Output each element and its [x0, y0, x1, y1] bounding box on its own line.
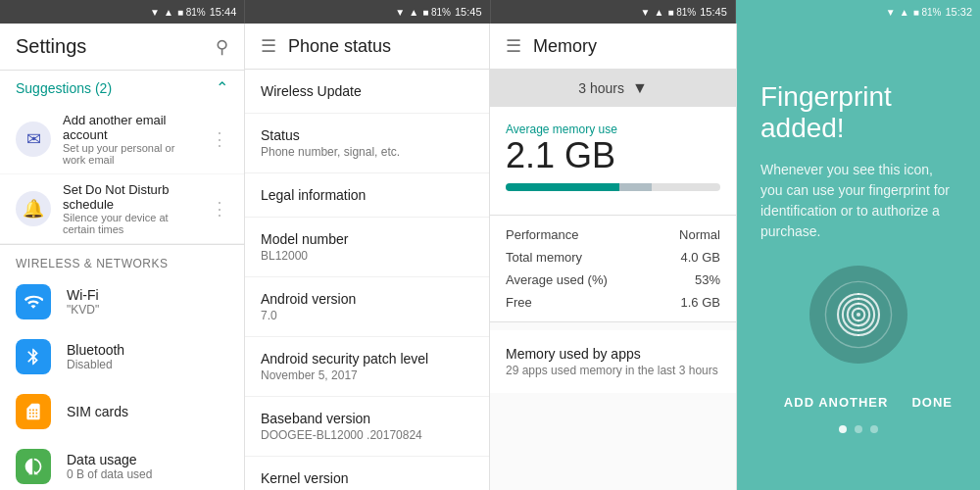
data-usage-title: Data usage: [67, 452, 152, 467]
main-panels: Settings ⚲ Suggestions (2) ⌃ ✉ Add anoth…: [0, 24, 980, 490]
time-2: 15:45: [455, 6, 482, 18]
status-bars: ▼ ▲ ■ 81% 15:44 ▼ ▲ ■ 81% 15:45 ▼ ▲ ■ 81…: [0, 0, 980, 24]
bluetooth-icon-circle: [16, 339, 51, 374]
memory-apps-section[interactable]: Memory used by apps 29 apps used memory …: [490, 330, 736, 393]
stat-total-key: Total memory: [506, 250, 582, 265]
status-bar-1: ▼ ▲ ■ 81% 15:44: [0, 0, 245, 24]
suggestion-email-title: Add another email account: [63, 113, 199, 142]
data-usage-item[interactable]: Data usage 0 B of data used: [0, 439, 244, 490]
memory-hamburger-icon[interactable]: ☰: [506, 35, 521, 57]
bluetooth-item[interactable]: Bluetooth Disabled: [0, 329, 244, 384]
wifi-item[interactable]: Wi-Fi "KVD": [0, 274, 244, 329]
dropdown-arrow-icon: ▼: [632, 79, 648, 97]
data-usage-icon-circle: [16, 449, 51, 484]
time-selector[interactable]: 3 hours ▼: [490, 70, 736, 107]
suggestion-email-text: Add another email account Set up your pe…: [63, 113, 199, 166]
suggestion-item-dnd[interactable]: 🔔 Set Do Not Disturb schedule Silence yo…: [0, 174, 244, 244]
dnd-icon: 🔔: [16, 191, 51, 226]
more-icon-email[interactable]: ⋮: [211, 128, 228, 150]
settings-panel: Settings ⚲ Suggestions (2) ⌃ ✉ Add anoth…: [0, 24, 245, 490]
stat-avg-key: Average used (%): [506, 272, 608, 287]
more-icon-dnd[interactable]: ⋮: [211, 198, 228, 220]
status-item[interactable]: Status Phone number, signal, etc.: [245, 114, 489, 173]
model-number-subtitle: BL12000: [261, 249, 473, 263]
settings-header: Settings ⚲: [0, 24, 244, 71]
memory-stats: Performance Normal Total memory 4.0 GB A…: [490, 216, 736, 322]
wifi-subtitle: "KVD": [67, 303, 99, 317]
sim-text: SIM cards: [67, 404, 128, 419]
time-3: 15:45: [700, 6, 727, 18]
sim-item[interactable]: SIM cards: [0, 384, 244, 439]
kernel-version-title: Kernel version: [261, 470, 473, 486]
suggestion-dnd-desc: Silence your device at certain times: [63, 212, 199, 235]
done-button[interactable]: DONE: [907, 387, 956, 417]
chevron-up-icon: ⌃: [216, 78, 228, 97]
suggestion-dnd-title: Set Do Not Disturb schedule: [63, 182, 199, 212]
phone-status-title: Phone status: [288, 36, 391, 57]
wifi-title: Wi-Fi: [67, 287, 99, 303]
android-version-subtitle: 7.0: [261, 309, 473, 322]
memory-bar: [506, 183, 720, 191]
sim-title: SIM cards: [67, 404, 128, 419]
fingerprint-icon-container: [809, 266, 907, 364]
fingerprint-actions: ADD ANOTHER DONE: [780, 387, 956, 417]
suggestions-label: Suggestions (2): [16, 80, 112, 96]
legal-info-item[interactable]: Legal information: [245, 173, 489, 218]
memory-panel: ☰ Memory 3 hours ▼ Average memory use 2.…: [490, 24, 737, 490]
settings-title: Settings: [16, 35, 86, 58]
wireless-update-title: Wireless Update: [261, 83, 473, 99]
stat-performance-val: Normal: [679, 227, 720, 242]
signal-icon-2: ▼: [395, 7, 405, 18]
add-another-button[interactable]: ADD ANOTHER: [780, 387, 893, 417]
hamburger-icon[interactable]: ☰: [261, 35, 276, 57]
battery-2: ■ 81%: [422, 7, 451, 18]
bluetooth-title: Bluetooth: [67, 342, 124, 358]
wifi-icon-2: ▲: [409, 7, 418, 18]
time-1: 15:44: [210, 6, 237, 18]
android-version-item[interactable]: Android version 7.0: [245, 277, 489, 337]
fingerprint-icon: [824, 280, 893, 349]
fingerprint-desc: Whenever you see this icon, you can use …: [760, 160, 956, 242]
dot-2: [855, 425, 862, 433]
apps-title: Memory used by apps: [506, 346, 720, 362]
suggestion-email-desc: Set up your personal or work email: [63, 142, 199, 166]
search-icon[interactable]: ⚲: [216, 36, 228, 58]
stat-free: Free 1.6 GB: [506, 291, 720, 314]
svg-point-1: [857, 312, 860, 316]
status-bar-4: ▼ ▲ ■ 81% 15:32: [736, 0, 980, 24]
android-version-title: Android version: [261, 291, 473, 307]
baseband-version-item[interactable]: Baseband version DOOGEE-BL12000 .2017082…: [245, 397, 489, 457]
memory-title: Memory: [533, 36, 597, 57]
wifi-icon-circle: [16, 284, 51, 319]
model-number-item[interactable]: Model number BL12000: [245, 218, 489, 277]
kernel-version-item[interactable]: Kernel version 3.18.35DOOGEEinfo@doogee.…: [245, 457, 489, 490]
wireless-update-item[interactable]: Wireless Update: [245, 70, 489, 114]
email-icon: ✉: [16, 122, 51, 157]
wifi-icon-3: ▲: [654, 7, 663, 18]
stat-avg-val: 53%: [695, 272, 720, 287]
battery-1: ■ 81%: [177, 7, 206, 18]
phone-status-header: ☰ Phone status: [245, 24, 489, 70]
wifi-icon-4: ▲: [900, 7, 909, 18]
baseband-version-subtitle: DOOGEE-BL12000 .20170824: [261, 428, 473, 442]
bluetooth-subtitle: Disabled: [67, 358, 124, 371]
wifi-text: Wi-Fi "KVD": [67, 287, 99, 317]
time-4: 15:32: [945, 6, 972, 18]
signal-icon-3: ▼: [641, 7, 651, 18]
dot-3: [870, 425, 878, 433]
suggestion-item-email[interactable]: ✉ Add another email account Set up your …: [0, 105, 244, 174]
apps-desc: 29 apps used memory in the last 3 hours: [506, 364, 720, 377]
sim-icon-circle: [16, 394, 51, 429]
suggestions-header[interactable]: Suggestions (2) ⌃: [0, 71, 244, 105]
memory-avg-section: Average memory use 2.1 GB: [490, 107, 736, 216]
memory-bar-other: [619, 183, 652, 191]
legal-info-title: Legal information: [261, 187, 473, 203]
status-title: Status: [261, 127, 473, 143]
security-patch-item[interactable]: Android security patch level November 5,…: [245, 337, 489, 397]
stat-performance-key: Performance: [506, 227, 578, 242]
status-subtitle: Phone number, signal, etc.: [261, 145, 473, 159]
stat-total: Total memory 4.0 GB: [506, 246, 720, 269]
avg-value: 2.1 GB: [506, 136, 720, 175]
model-number-title: Model number: [261, 231, 473, 247]
security-patch-subtitle: November 5, 2017: [261, 368, 473, 382]
